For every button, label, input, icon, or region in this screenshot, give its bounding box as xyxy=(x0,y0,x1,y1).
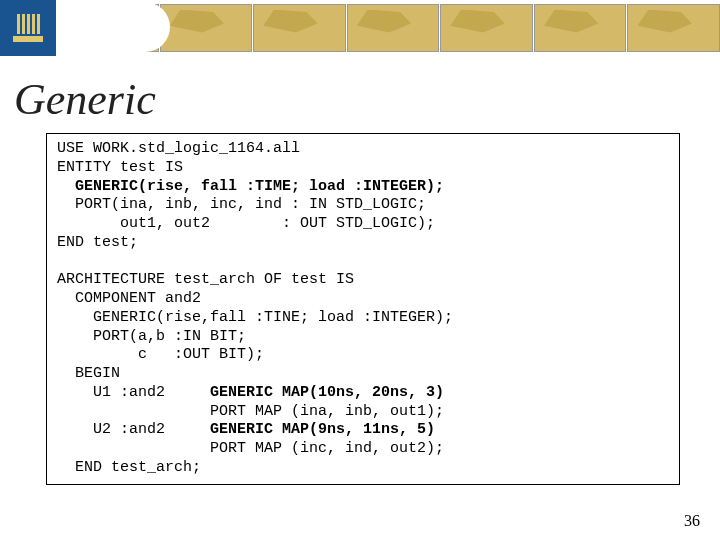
code-line: out1, out2 : OUT STD_LOGIC); xyxy=(57,215,435,232)
code-line: c :OUT BIT); xyxy=(57,346,264,363)
code-block: USE WORK.std_logic_1164.all ENTITY test … xyxy=(46,133,680,485)
code-line: ENTITY test IS xyxy=(57,159,183,176)
code-line: USE WORK.std_logic_1164.all xyxy=(57,140,300,157)
code-line-bold: GENERIC MAP(10ns, 20ns, 3) xyxy=(210,384,444,401)
code-line: END test_arch; xyxy=(57,459,201,476)
code-line-bold: GENERIC MAP(9ns, 11ns, 5) xyxy=(210,421,435,438)
code-line: END test; xyxy=(57,234,138,251)
code-line: ARCHITECTURE test_arch OF test IS xyxy=(57,271,354,288)
code-line: U1 :and2 xyxy=(57,384,210,401)
logo xyxy=(0,0,56,56)
code-line: PORT MAP (inc, ind, out2); xyxy=(57,440,444,457)
code-line: PORT(a,b :IN BIT; xyxy=(57,328,246,345)
code-line: U2 :and2 xyxy=(57,421,210,438)
code-line: BEGIN xyxy=(57,365,120,382)
code-line: GENERIC(rise, fall :TIME; load :INTEGER)… xyxy=(57,178,444,195)
code-line: COMPONENT and2 xyxy=(57,290,201,307)
code-line: PORT MAP (ina, inb, out1); xyxy=(57,403,444,420)
slide-title: Generic xyxy=(14,74,720,125)
header-band xyxy=(0,0,720,56)
code-line: GENERIC(rise,fall :TINE; load :INTEGER); xyxy=(57,309,453,326)
page-number: 36 xyxy=(684,512,700,530)
code-line: PORT(ina, inb, inc, ind : IN STD_LOGIC; xyxy=(57,196,426,213)
map-overlay xyxy=(60,2,170,52)
